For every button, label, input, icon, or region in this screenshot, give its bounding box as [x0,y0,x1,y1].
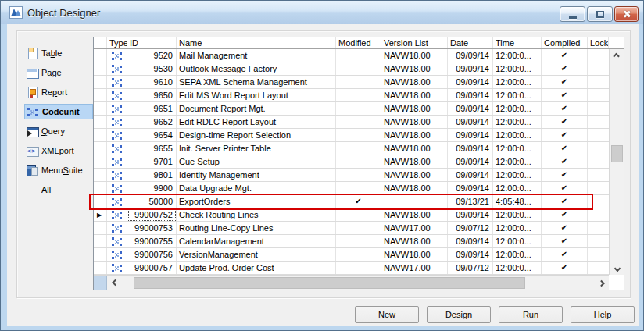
vertical-scrollbar[interactable] [609,49,624,275]
id-cell[interactable]: 99000757 [127,262,177,274]
horizontal-scroll-thumb[interactable] [134,277,525,289]
id-cell[interactable]: 9610 [127,76,177,88]
table-row[interactable]: 9650 Edit MS Word Report Layout NAVW18.0… [94,89,624,102]
table-row[interactable]: 9610 SEPA XML Schema Management NAVW18.0… [94,76,624,89]
header-version-list[interactable]: Version List [381,37,448,48]
id-cell[interactable]: 9900 [127,182,177,194]
row-selector-cell[interactable] [94,222,107,234]
table-row[interactable]: 9530 Outlook Message Factory NAVW18.00 0… [94,62,624,76]
header-name[interactable]: Name [177,37,336,48]
table-row[interactable]: 99000756 VersionManagement NAVW18.00 09/… [94,248,624,262]
titlebar[interactable]: Object Designer [1,1,643,24]
sidebar-item-page[interactable]: Page [24,65,93,80]
scroll-up-button[interactable] [610,49,624,62]
id-cell[interactable]: 9655 [127,142,177,155]
table-row[interactable]: 9801 Identity Management NAVW18.00 09/09… [94,169,624,182]
name-cell[interactable]: Update Prod. Order Cost [177,262,336,274]
row-selector-cell[interactable] [94,235,107,247]
row-selector-cell[interactable] [94,142,107,155]
row-selector-cell[interactable] [94,262,107,274]
header-date[interactable]: Date [448,37,493,48]
table-row[interactable]: 9655 Init. Server Printer Table NAVW18.0… [94,142,624,155]
design-button[interactable]: Design [427,306,491,323]
id-cell[interactable]: 9801 [127,169,177,181]
scroll-left-button[interactable] [107,276,120,289]
row-selector-cell[interactable] [94,155,107,168]
row-selector-cell[interactable] [94,89,107,101]
id-cell[interactable]: 99000753 [127,222,177,234]
version-cell: NAVW18.00 [381,169,448,181]
id-cell[interactable]: 9654 [127,129,177,141]
id-cell[interactable]: 9652 [127,116,177,128]
scroll-down-button[interactable] [610,262,624,275]
id-cell[interactable]: 9520 [127,49,177,62]
table-row[interactable]: 99000753 Routing Line-Copy Lines NAVW17.… [94,222,624,235]
close-button[interactable] [614,6,639,22]
table-row[interactable]: 99000757 Update Prod. Order Cost NAVW17.… [94,262,624,275]
vertical-scroll-thumb[interactable] [611,145,623,162]
name-cell[interactable]: CalendarManagement [177,235,336,247]
id-cell[interactable]: 9650 [127,89,177,101]
name-cell[interactable]: Document Report Mgt. [177,102,336,115]
name-cell[interactable]: VersionManagement [177,248,336,261]
sidebar-item-xmlport[interactable]: XMLport [24,143,93,158]
sidebar-item-codeunit[interactable]: Codeunit [24,104,93,119]
run-button[interactable]: Run [499,306,563,323]
id-cell[interactable]: 9651 [127,102,177,115]
name-cell[interactable]: Edit MS Word Report Layout [177,89,336,101]
table-row[interactable]: 9654 Design-time Report Selection NAVW18… [94,129,624,142]
header-id[interactable]: ID [127,37,177,48]
name-cell[interactable]: Data Upgrade Mgt. [177,182,336,194]
sidebar-item-query[interactable]: Query [24,123,93,139]
id-cell[interactable]: 99000755 [127,235,177,247]
header-compiled[interactable]: Compiled [542,37,588,48]
row-selector-cell[interactable] [94,102,107,115]
name-cell[interactable]: Routing Line-Copy Lines [177,222,336,234]
header-modified[interactable]: Modified [336,37,381,48]
maximize-button[interactable] [587,6,613,22]
sidebar-item-all[interactable]: All [24,182,93,198]
header-time[interactable]: Time [493,37,542,48]
new-button[interactable]: New [355,306,419,323]
table-row[interactable]: 9520 Mail Management NAVW18.00 09/09/14 … [94,49,624,62]
sidebar-item-table[interactable]: Table [24,45,93,61]
row-selector-cell[interactable] [94,248,107,261]
page-icon [26,66,38,79]
id-cell[interactable]: 9530 [127,62,177,75]
name-cell[interactable]: Check Routing Lines [177,208,336,221]
header-type[interactable]: Type [107,37,127,48]
scroll-right-button[interactable] [596,276,609,290]
name-cell[interactable]: Outlook Message Factory [177,62,336,75]
name-cell[interactable]: Mail Management [177,49,336,62]
name-cell[interactable]: Design-time Report Selection [177,129,336,141]
name-cell[interactable]: Edit RDLC Report Layout [177,116,336,128]
name-cell[interactable]: Identity Management [177,169,336,181]
id-cell[interactable]: 9701 [127,155,177,168]
header-locked[interactable]: Locke [588,37,609,48]
row-selector-cell[interactable] [94,169,107,181]
time-cell: 12:00:0... [493,76,542,88]
row-selector-cell[interactable] [94,62,107,75]
minimize-button[interactable] [560,6,585,22]
row-selector-cell[interactable] [94,129,107,141]
name-cell[interactable]: Init. Server Printer Table [177,142,336,155]
row-selector-cell[interactable] [94,76,107,88]
horizontal-scrollbar[interactable] [94,275,609,290]
row-selector-cell[interactable] [94,49,107,62]
modified-cell [336,222,381,234]
grid-corner-cell[interactable] [94,276,107,290]
table-row[interactable]: 9701 Cue Setup NAVW18.00 09/09/14 12:00:… [94,155,624,169]
table-row[interactable]: 9651 Document Report Mgt. NAVW18.00 09/0… [94,102,624,116]
id-cell[interactable]: 99000756 [127,248,177,261]
locked-cell [588,102,609,115]
row-selector-cell[interactable] [94,116,107,128]
table-row[interactable]: 9652 Edit RDLC Report Layout NAVW18.00 0… [94,116,624,129]
sidebar-item-menusuite[interactable]: MenuSuite [24,162,93,178]
row-selector-cell[interactable] [94,182,107,194]
table-row[interactable]: 99000755 CalendarManagement NAVW18.00 09… [94,235,624,248]
sidebar-item-report[interactable]: Report [24,84,93,100]
app-icon[interactable] [9,6,23,19]
help-button[interactable]: Help [571,306,635,323]
name-cell[interactable]: Cue Setup [177,155,336,168]
name-cell[interactable]: SEPA XML Schema Management [177,76,336,88]
